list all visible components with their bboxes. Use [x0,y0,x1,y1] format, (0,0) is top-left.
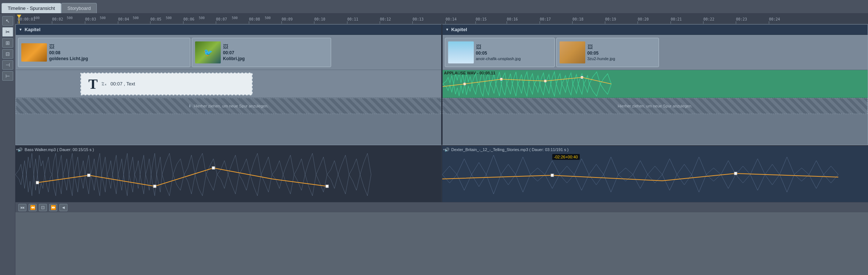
clip-3-thumb [448,41,474,63]
audio1-waveform-svg [15,146,442,202]
audio-track-2-handle[interactable]: ⇔ [443,147,446,151]
transport-next[interactable]: ⏩ [49,204,57,211]
svg-text:500: 500 [265,16,271,20]
tab-bar: Timeline - Spuransicht Storyboard [0,0,868,14]
audio-clip-header-2: APPLAUSE.WAV - 00:08.11 [444,71,495,75]
keyframe-2[interactable] [87,174,90,177]
svg-text:500: 500 [232,16,238,20]
tab-storyboard[interactable]: Storyboard [61,3,97,13]
svg-text:500: 500 [133,16,139,20]
audio-track-1-handle[interactable]: ⇔ [16,147,19,151]
video-clip-2[interactable]: 🖼 00:07 Kolibri.jpg [192,38,331,67]
applause-waveform: /* waveform drawn inline */ [443,70,868,98]
video-clip-1[interactable]: 🖼 00:08 goldenes Licht.jpg [18,38,190,67]
clip-2-filename: Kolibri.jpg [223,56,245,61]
chapters-panels: ▼ Kapitel 🖼 00:08 goldenes Licht.jpg [15,24,868,145]
clip-1-icon: 🖼 [49,44,88,50]
chapter-panel-2: ▼ Kapitel 🖼 00:05 anoir-chafik-unsplash.… [442,24,868,145]
svg-text:00:09: 00:09 [282,17,293,21]
svg-text:00:12: 00:12 [380,17,391,21]
text-clip-info: 00:07 , Text [110,81,135,87]
svg-text:00:13: 00:13 [413,17,424,21]
chapter-2-collapse-icon[interactable]: ▼ [446,27,449,32]
tool-copy[interactable]: ⊟ [2,49,13,59]
transport-prev[interactable]: ⏪ [29,204,37,211]
transport-bar: ⏮ ⏪ ⊡ ⏩ ◄ [15,202,868,212]
keyframe-3[interactable] [153,185,156,188]
clip-3-duration: 00:05 [476,51,521,56]
svg-text:00:18: 00:18 [572,17,583,21]
clip-4-thumb [560,41,585,63]
audio-clip-track-2: APPLAUSE.WAV - 00:08.11 /* waveform draw… [443,70,868,98]
video-track-2: 🖼 00:05 anoir-chafik-unsplash.jpg 🖼 00:0… [443,35,868,70]
applause-separator: - [477,71,480,75]
drop-zone-1-icon: ⬇ [188,104,191,109]
chapter-1-collapse-icon[interactable]: ▼ [19,27,22,32]
svg-text:500: 500 [67,16,73,20]
audio-2-time-overlay: -02:26+00:40 [552,154,580,160]
chapter-2-header: ▼ Kapitel [443,25,868,35]
toolbar: ↖ ✂ ⊞ ⊟ ⊣ ⊢ [0,14,15,275]
audio-1-duration-close: ) [93,147,94,152]
keyframe-1[interactable] [36,181,39,184]
svg-text:00:03: 00:03 [85,17,96,21]
audio-track-1-header: 🔊 Bass Walker.mp3 ( Dauer: 00:15/15 s ) [18,147,94,152]
audio-2-duration-paren: ( [529,147,531,152]
transport-audio-toggle[interactable]: ◄ [59,204,67,211]
svg-text:00:21: 00:21 [671,17,682,21]
clip-1-filename: goldenes Licht.jpg [49,56,88,61]
drop-zone-1[interactable]: ⬇ Hierher ziehen, um neue Spur anzulegen… [16,98,441,114]
clip-3-icon: 🖼 [476,44,521,50]
svg-text:00:17: 00:17 [540,17,551,21]
video-clip-3[interactable]: 🖼 00:05 anoir-chafik-unsplash.jpg [445,38,555,67]
tool-split[interactable]: ⊢ [2,71,13,81]
svg-text:00:08: 00:08 [249,17,260,21]
audio-track-2-header: 🔊 Dexter_Britain_-_12_-_Telling_Stories.… [444,147,569,152]
svg-text:00:14: 00:14 [446,17,457,21]
audio-1-duration: Dauer: 00:15/15 s [59,147,91,152]
bottom-audio-row: ⇔ 🔊 Bass Walker.mp3 ( Dauer: 00:15/15 s … [15,145,868,202]
transport-skip-start[interactable]: ⏮ [18,204,26,211]
main-container: ↖ ✂ ⊞ ⊟ ⊣ ⊢ 00:00:01 00:02 00:03 [0,14,868,275]
clip-3-filename: anoir-chafik-unsplash.jpg [476,56,521,61]
transport-clip-prev[interactable]: ⊡ [39,204,47,211]
drop-zone-1-label: Hierher ziehen, um neue Spur anzulegen. [194,104,268,108]
audio-1-filename: Bass Walker.mp3 [25,147,56,152]
keyframe-4[interactable] [212,166,215,169]
clip-4-duration: 00:05 [587,51,615,56]
tab-timeline[interactable]: Timeline - Spuransicht [1,3,61,13]
svg-text:00:11: 00:11 [347,17,358,21]
keyframe-2-1[interactable] [551,174,554,177]
chapter-1-header: ▼ Kapitel [16,25,441,35]
clip-4-icon: 🖼 [587,44,615,50]
chapter-1-label: Kapitel [25,27,40,32]
keyframe-2-2[interactable] [734,172,737,175]
svg-text:00:06: 00:06 [183,17,194,21]
clip-2-info: 00:07 [223,50,245,55]
text-track-1: T 𝔗ₓ 00:07 , Text [16,70,441,98]
text-clip-fx-icon: 𝔗ₓ [101,81,107,87]
clip-2-thumb [195,41,221,63]
drop-zone-2[interactable]: Hierher ziehen, um neue Spur anzulegen. [443,98,868,114]
svg-rect-57 [443,70,868,98]
svg-text:00:19: 00:19 [605,17,616,21]
timeline-area: 00:00:01 00:02 00:03 00:04 00:05 00:06 0… [15,14,868,275]
text-clip-1[interactable]: T 𝔗ₓ 00:07 , Text [80,73,253,95]
tool-multicam[interactable]: ⊞ [2,38,13,48]
tool-trim[interactable]: ⊣ [2,60,13,70]
svg-text:00:02: 00:02 [52,17,63,21]
chapter-2-label: Kapitel [451,27,467,32]
video-clip-4[interactable]: 🖼 00:05 3zu2-hunde.jpg [556,38,659,67]
text-clip-T: T [88,76,98,92]
tool-cut[interactable]: ✂ [2,27,13,37]
keyframe-5[interactable] [326,185,329,188]
svg-text:00:07: 00:07 [216,17,227,21]
audio2-waveform-svg [442,146,868,202]
clip-4-filename: 3zu2-hunde.jpg [587,56,615,61]
svg-text:00:00:01: 00:00:01 [18,17,35,21]
clip-1-info: 00:08 [49,50,88,55]
tool-pointer[interactable]: ↖ [2,16,13,26]
svg-rect-63 [442,146,868,202]
applause-filename: APPLAUSE.WAV [444,71,476,75]
svg-text:00:22: 00:22 [703,17,714,21]
